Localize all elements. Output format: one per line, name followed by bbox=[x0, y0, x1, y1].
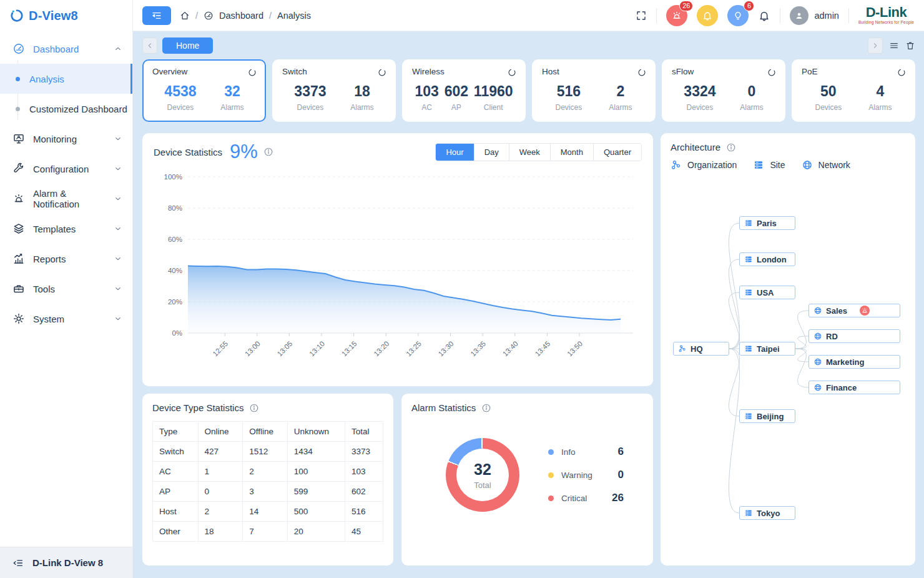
tree-node-sales[interactable]: Sales bbox=[808, 304, 900, 317]
table-header-online: Online bbox=[198, 422, 243, 442]
device-statistics-chart: 0%20%40%60%80%100%12:5513:0013:0513:1013… bbox=[154, 163, 642, 371]
info-icon[interactable] bbox=[481, 403, 491, 413]
metric-value: 2 bbox=[609, 83, 632, 100]
cell-type: Host bbox=[153, 502, 199, 522]
tree-node-usa[interactable]: USA bbox=[739, 286, 795, 299]
tree-node-tokyo[interactable]: Tokyo bbox=[739, 506, 795, 520]
cell-unknown[interactable]: 599 bbox=[287, 482, 345, 502]
tree-node-beijing[interactable]: Beijing bbox=[739, 409, 795, 423]
refresh-icon[interactable] bbox=[507, 67, 517, 77]
tab-scroll-left-button[interactable] bbox=[142, 37, 157, 54]
organization-icon bbox=[678, 344, 687, 353]
sidebar-collapse-button[interactable]: D-Link D-View 8 bbox=[0, 547, 132, 578]
sidebar-item-label: System bbox=[33, 314, 64, 324]
sidebar-item-tools[interactable]: Tools bbox=[0, 274, 132, 304]
cell-offline[interactable]: 7 bbox=[243, 522, 287, 542]
cell-online[interactable]: 0 bbox=[198, 482, 243, 502]
tree-node-taipei[interactable]: Taipei bbox=[739, 342, 795, 356]
tab-list-icon[interactable] bbox=[889, 41, 899, 51]
breadcrumb-dashboard[interactable]: Dashboard bbox=[219, 11, 263, 21]
svg-text:13:50: 13:50 bbox=[566, 340, 584, 358]
home-icon[interactable] bbox=[180, 11, 190, 21]
tree-node-hq[interactable]: HQ bbox=[673, 342, 729, 356]
tree-node-marketing[interactable]: Marketing bbox=[808, 355, 900, 369]
stat-card-poe[interactable]: PoE 50 Devices 4 Alarms bbox=[792, 59, 915, 122]
range-tab-week[interactable]: Week bbox=[509, 144, 550, 161]
metric-label: Client bbox=[474, 103, 513, 112]
warning-alarms-button[interactable] bbox=[697, 5, 718, 26]
sidebar-item-label: Reports bbox=[33, 254, 66, 264]
refresh-icon[interactable] bbox=[637, 67, 647, 77]
critical-alarms-button[interactable]: 26 bbox=[666, 5, 687, 26]
fullscreen-icon[interactable] bbox=[636, 10, 647, 21]
refresh-icon[interactable] bbox=[897, 67, 907, 77]
tree-node-paris[interactable]: Paris bbox=[739, 216, 795, 230]
chevron-left-icon bbox=[145, 41, 154, 50]
cell-offline[interactable]: 1512 bbox=[243, 442, 287, 462]
stat-card-overview[interactable]: Overview 4538 Devices 32 Alarms bbox=[142, 59, 266, 122]
site-icon bbox=[744, 344, 753, 353]
sidebar-item-label: Alarm & Notification bbox=[33, 188, 106, 209]
alarm-legend-info: Info 6 bbox=[548, 446, 624, 458]
sidebar-item-configuration[interactable]: Configuration bbox=[0, 154, 132, 184]
sidebar-item-dashboard[interactable]: Dashboard bbox=[0, 34, 132, 64]
cell-offline[interactable]: 14 bbox=[243, 502, 287, 522]
user-menu[interactable]: admin bbox=[790, 6, 839, 25]
svg-text:13:35: 13:35 bbox=[469, 340, 487, 358]
page-tabbar: Home bbox=[142, 36, 915, 55]
range-tab-hour[interactable]: Hour bbox=[436, 144, 473, 161]
cell-unknown[interactable]: 1434 bbox=[287, 442, 345, 462]
sidebar-item-alarm-notification[interactable]: Alarm & Notification bbox=[0, 184, 132, 214]
top-header: / Dashboard / Analysis 26 6 bbox=[133, 0, 924, 31]
alarm-statistics-title: Alarm Statistics bbox=[411, 402, 476, 413]
info-icon[interactable] bbox=[249, 403, 259, 413]
sidebar-item-reports[interactable]: Reports bbox=[0, 244, 132, 274]
sidebar-item-templates[interactable]: Templates bbox=[0, 214, 132, 244]
cell-offline[interactable]: 2 bbox=[243, 462, 287, 482]
tips-button[interactable]: 6 bbox=[727, 5, 749, 26]
tree-node-rd[interactable]: RD bbox=[808, 329, 900, 343]
cell-unknown[interactable]: 20 bbox=[287, 522, 345, 542]
collapse-menu-button[interactable] bbox=[142, 6, 171, 25]
time-range-tabs: HourDayWeekMonthQuarter bbox=[435, 143, 642, 161]
cell-online[interactable]: 427 bbox=[198, 442, 243, 462]
refresh-icon[interactable] bbox=[767, 67, 777, 77]
tab-home[interactable]: Home bbox=[162, 37, 213, 54]
sidebar-item-monitoring[interactable]: Monitoring bbox=[0, 124, 132, 154]
cell-type: AP bbox=[153, 482, 199, 502]
sidebar-item-analysis[interactable]: Analysis bbox=[0, 64, 132, 94]
stat-card-sflow[interactable]: sFlow 3324 Devices 0 Alarms bbox=[662, 59, 785, 122]
legend-dot-icon bbox=[548, 496, 554, 501]
range-tab-quarter[interactable]: Quarter bbox=[593, 144, 641, 161]
range-tab-day[interactable]: Day bbox=[474, 144, 509, 161]
tab-trash-icon[interactable] bbox=[905, 41, 915, 51]
stat-card-metrics: 3324 Devices 0 Alarms bbox=[672, 83, 775, 112]
stat-card-switch[interactable]: Switch 3373 Devices 18 Alarms bbox=[272, 59, 396, 122]
range-tab-month[interactable]: Month bbox=[550, 144, 593, 161]
breadcrumb-separator: / bbox=[195, 11, 198, 21]
stat-card-wireless[interactable]: Wireless 103 AC 602 AP 11960 Client bbox=[402, 59, 526, 122]
sidebar-item-customized-dashboard[interactable]: Customized Dashboard bbox=[0, 94, 132, 124]
refresh-icon[interactable] bbox=[377, 67, 387, 77]
cell-online[interactable]: 2 bbox=[198, 502, 243, 522]
cell-offline[interactable]: 3 bbox=[243, 482, 287, 502]
tab-scroll-right-button[interactable] bbox=[868, 37, 883, 54]
refresh-icon[interactable] bbox=[247, 67, 257, 77]
dashboard-icon bbox=[204, 11, 214, 21]
tabbar-tools bbox=[868, 37, 915, 54]
cell-unknown[interactable]: 500 bbox=[287, 502, 345, 522]
tree-node-finance[interactable]: Finance bbox=[808, 381, 900, 394]
architecture-header: Architecture bbox=[671, 142, 905, 152]
cell-online[interactable]: 18 bbox=[198, 522, 243, 542]
cell-unknown[interactable]: 100 bbox=[287, 462, 345, 482]
info-icon[interactable] bbox=[263, 147, 273, 157]
tree-node-london[interactable]: London bbox=[739, 252, 795, 266]
notification-bell-icon[interactable] bbox=[758, 9, 770, 22]
stat-card-host[interactable]: Host 516 Devices 2 Alarms bbox=[532, 59, 656, 122]
sidebar-item-system[interactable]: System bbox=[0, 304, 132, 334]
cell-online[interactable]: 1 bbox=[198, 462, 243, 482]
svg-text:0%: 0% bbox=[172, 329, 182, 337]
stat-cards-row: Overview 4538 Devices 32 Alarms Switch 3… bbox=[142, 59, 915, 122]
node-alarm-badge[interactable] bbox=[860, 306, 870, 316]
info-icon[interactable] bbox=[726, 142, 736, 152]
